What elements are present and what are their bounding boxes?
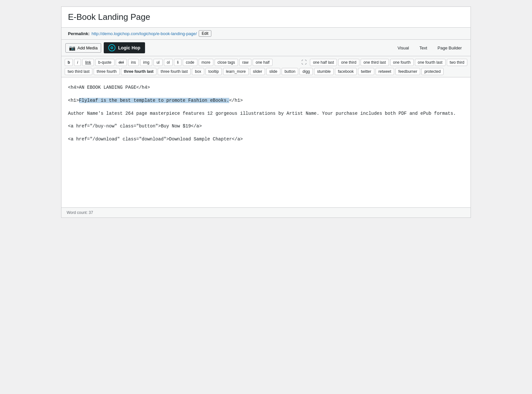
camera-icon: 📷 <box>69 45 75 51</box>
fmt-btn-ul[interactable]: ul <box>153 59 162 66</box>
content-line-1: <h4>AN EBOOK LANDING PAGE</h4> <box>68 84 464 92</box>
fmt-btn-two-third[interactable]: two third <box>447 59 467 66</box>
fmt-btn-protected[interactable]: protected <box>421 68 444 75</box>
toolbar-left: 📷 Add Media Logic Hop <box>65 42 145 53</box>
fmt-btn-one-half[interactable]: one half <box>253 59 273 66</box>
content-line2-before: <h1> <box>68 98 79 103</box>
editor-container: Permalink: http://demo.logichop.com/logi… <box>61 7 471 218</box>
fmt-btn-one-fourth-last[interactable]: one fourth last <box>415 59 446 66</box>
tab-visual[interactable]: Visual <box>393 44 414 52</box>
fmt-btn-ins[interactable]: ins <box>128 59 139 66</box>
permalink-link[interactable]: http://demo.logichop.com/logichop/e-book… <box>91 31 197 36</box>
fmt-btn-box[interactable]: box <box>192 68 204 75</box>
fmt-btn-more[interactable]: more <box>199 59 213 66</box>
fmt-btn-three-fourth[interactable]: three fourth <box>94 68 119 75</box>
fmt-btn-feedburner[interactable]: feedburner <box>395 68 420 75</box>
fmt-btn-raw[interactable]: raw <box>239 59 251 66</box>
fmt-btn-link[interactable]: link <box>82 59 94 66</box>
permalink-label: Permalink: <box>68 31 89 36</box>
fmt-btn-three-fourth-last[interactable]: three fourth last <box>158 68 191 75</box>
formatting-bar: b i link b-quote del ins img ul ol li co… <box>61 56 471 77</box>
logic-hop-button[interactable]: Logic Hop <box>104 42 145 53</box>
fmt-btn-ol[interactable]: ol <box>164 59 173 66</box>
fmt-btn-code[interactable]: code <box>183 59 197 66</box>
fmt-btn-learn-more[interactable]: learn_more <box>223 68 249 75</box>
expand-icon[interactable]: ⛶ <box>299 58 309 67</box>
fmt-btn-slider[interactable]: slider <box>250 68 265 75</box>
fmt-btn-facebook[interactable]: facebook <box>335 68 357 75</box>
word-count-label: Word count: <box>67 210 87 215</box>
fmt-btn-three-fourth-last-bold[interactable]: three fourth last <box>121 68 156 75</box>
page-title-input[interactable] <box>68 12 464 22</box>
fmt-btn-twitter[interactable]: twitter <box>358 68 374 75</box>
fmt-btn-button[interactable]: button <box>282 68 298 75</box>
fmt-btn-li[interactable]: li <box>174 59 181 66</box>
content-line-3: Author Name's latest 264 page masterpiec… <box>68 110 464 118</box>
fmt-btn-one-third-last[interactable]: one third last <box>361 59 389 66</box>
word-count-bar: Word count: 37 <box>61 207 471 217</box>
toolbar-right: Visual Text Page Builder <box>393 44 467 52</box>
fmt-btn-two-third-last[interactable]: two third last <box>65 68 92 75</box>
fmt-btn-tooltip[interactable]: tooltip <box>206 68 222 75</box>
toolbar-top: 📷 Add Media Logic Hop Visual Text Page B… <box>61 40 471 56</box>
content-line2-after: </h1> <box>229 98 243 103</box>
fmt-btn-close-tags[interactable]: close tags <box>215 59 238 66</box>
word-count-value: 37 <box>89 210 93 215</box>
fmt-btn-retweet[interactable]: retweet <box>376 68 394 75</box>
tab-page-builder[interactable]: Page Builder <box>433 44 467 52</box>
logic-hop-label: Logic Hop <box>118 45 140 50</box>
logic-hop-icon-inner <box>111 46 113 49</box>
logic-hop-icon <box>108 44 115 51</box>
fmt-btn-del[interactable]: del <box>116 59 127 66</box>
fmt-btn-stumble[interactable]: stumble <box>314 68 334 75</box>
content-line-5: <a href="/download" class="download">Dow… <box>68 136 464 143</box>
add-media-button[interactable]: 📷 Add Media <box>65 43 101 53</box>
fmt-btn-i[interactable]: i <box>74 59 81 66</box>
fmt-btn-one-fourth[interactable]: one fourth <box>390 59 414 66</box>
page-title-bar <box>61 7 471 28</box>
content-line-2: <h1>Flyleaf is the best template to prom… <box>68 97 464 105</box>
content-area[interactable]: <h4>AN EBOOK LANDING PAGE</h4> <h1>Flyle… <box>61 77 471 207</box>
fmt-btn-one-third[interactable]: one third <box>338 59 359 66</box>
permalink-edit-button[interactable]: Edit <box>199 30 211 37</box>
fmt-btn-img[interactable]: img <box>140 59 152 66</box>
fmt-btn-b[interactable]: b <box>65 59 73 66</box>
permalink-bar: Permalink: http://demo.logichop.com/logi… <box>61 28 471 40</box>
add-media-label: Add Media <box>77 46 98 50</box>
fmt-btn-slide[interactable]: slide <box>266 68 280 75</box>
content-line-4: <a href="/buy-now" class="button">Buy No… <box>68 123 464 130</box>
content-line2-highlight: Flyleaf is the best template to promote … <box>79 98 229 103</box>
fmt-btn-one-half-last[interactable]: one half last <box>310 59 337 66</box>
tab-text[interactable]: Text <box>415 44 432 52</box>
fmt-btn-b-quote[interactable]: b-quote <box>95 59 114 66</box>
fmt-btn-digg[interactable]: digg <box>299 68 313 75</box>
